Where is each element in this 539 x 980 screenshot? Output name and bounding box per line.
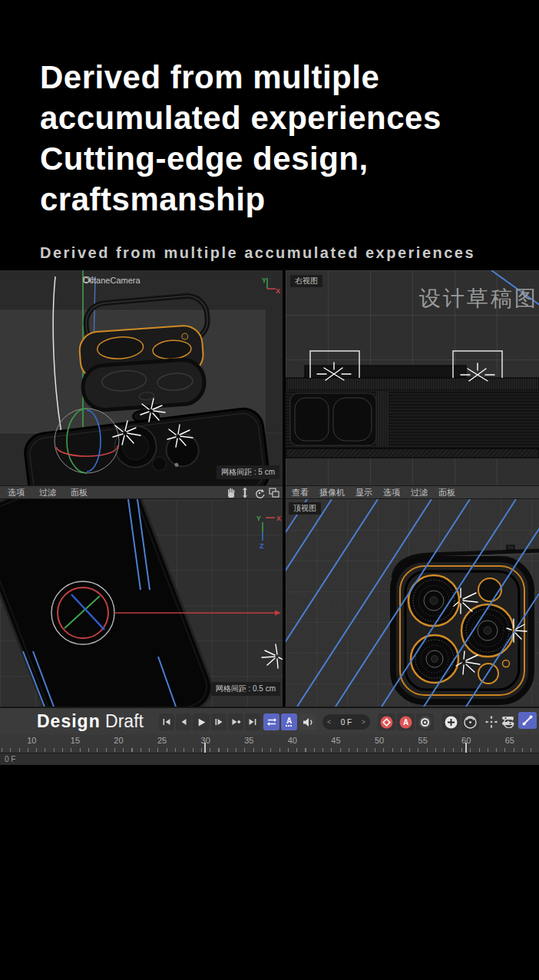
menu-item[interactable]: 选项 — [8, 487, 25, 498]
frame-next-arrow[interactable]: > — [362, 718, 365, 726]
next-key-icon — [231, 717, 241, 727]
viewport-perspective[interactable]: OctaneCamera — [0, 270, 283, 485]
menu-item[interactable]: 摄像机 — [319, 487, 345, 498]
spark — [262, 644, 283, 668]
goto-end-icon — [248, 717, 257, 727]
prev-key-icon — [179, 717, 188, 727]
axis-hud: Y X Z — [256, 515, 281, 550]
play-button[interactable] — [193, 713, 210, 730]
sensor-circle — [478, 664, 498, 684]
speaker-icon — [303, 717, 313, 727]
dotted-move-icon — [485, 716, 498, 728]
keyframe-a-icon: A — [286, 717, 292, 727]
viewport-menubar-right: 查看摄像机显示选项过滤面板 — [286, 485, 539, 499]
grid-spacing-badge: 网格间距 : 5 cm — [217, 465, 279, 479]
ruler-number: 20 — [97, 736, 141, 745]
loop-icon — [266, 717, 277, 727]
grid-spacing-badge: 网格间距 : 0.5 cm — [211, 682, 280, 696]
autokey-icon: A — [399, 716, 412, 729]
keyframe-mode-button[interactable]: A — [281, 713, 297, 730]
prev-key-button[interactable] — [176, 713, 191, 730]
page-title-line: craftsmanship — [40, 179, 441, 220]
svg-text:Y: Y — [262, 276, 266, 284]
record-scale-toggle[interactable] — [484, 713, 499, 730]
sound-button[interactable] — [299, 713, 316, 730]
autokey-button[interactable]: A — [397, 713, 415, 730]
title-regular: Draft — [105, 711, 144, 731]
menu-item[interactable]: 选项 — [383, 487, 400, 498]
move-vertical-icon[interactable] — [240, 487, 250, 498]
viewport-right[interactable]: 右视图 设计草稿图 — [286, 270, 539, 485]
record-rotation-icon — [464, 716, 477, 729]
snap-toggle[interactable] — [518, 712, 537, 729]
viewport-right-label: 右视图 — [290, 275, 322, 287]
animation-toolbar: Design Draft — [0, 707, 539, 734]
viewport-front[interactable]: Y X Z 网格间距 : 0.5 cm — [0, 499, 283, 707]
svg-text:Z: Z — [260, 542, 264, 550]
menu-item[interactable]: 面板 — [438, 487, 455, 498]
ruler-numbers: 101520253035404550556065 — [10, 736, 531, 745]
goto-start-button[interactable] — [159, 713, 174, 730]
frame-value: 0 F — [341, 718, 352, 727]
axis-hud: Y X — [262, 276, 280, 295]
menu-item[interactable]: 过滤 — [39, 487, 56, 498]
menu-item[interactable]: 过滤 — [411, 487, 428, 498]
page-title-line: accumulated experiences — [40, 98, 441, 138]
front-view-canvas[interactable]: Y X Z — [0, 499, 283, 707]
keyframe-selection-icon — [418, 716, 432, 729]
menu-items: 选项过滤面板 — [8, 487, 102, 498]
current-frame-label: 0 F — [5, 755, 15, 763]
top-view-canvas[interactable] — [286, 499, 539, 707]
ruler-number: 55 — [401, 736, 445, 745]
camera-module — [393, 559, 531, 702]
menu-item[interactable]: 查看 — [292, 487, 309, 498]
viewport-top[interactable]: 顶视图 — [286, 499, 539, 707]
loop-playback-button[interactable] — [263, 713, 279, 730]
watermark-text: 设计草稿图 — [419, 284, 538, 313]
ruler-marker-30 — [204, 743, 206, 753]
ruler-number: 65 — [488, 736, 532, 745]
keyframe-selection-button[interactable] — [416, 713, 434, 730]
svg-text:X: X — [276, 515, 281, 522]
perspective-canvas[interactable]: Y X — [0, 270, 283, 485]
next-frame-icon — [214, 717, 223, 727]
lens — [411, 635, 458, 683]
record-pla-toggle[interactable] — [498, 712, 517, 729]
camera-label[interactable]: OctaneCamera — [83, 276, 141, 285]
ruler-number: 50 — [358, 736, 402, 745]
timeline-ruler[interactable]: 101520253035404550556065 — [0, 734, 539, 753]
page: { "header": { "title_lines": ["Derived f… — [0, 0, 539, 980]
page-title-line: Cutting-edge design, — [40, 138, 441, 179]
record-position-button[interactable] — [442, 713, 460, 730]
goto-end-button[interactable] — [245, 713, 260, 730]
viewport-top-label: 顶视图 — [289, 502, 321, 515]
svg-text:Y: Y — [256, 515, 261, 522]
menu-item[interactable]: 面板 — [71, 487, 88, 498]
page-title: Derived from multipleaccumulated experie… — [40, 57, 441, 220]
pan-icon[interactable] — [226, 487, 236, 498]
record-rotation-button[interactable] — [461, 713, 479, 730]
pla-bars-icon — [501, 715, 514, 727]
ruler-number: 10 — [10, 736, 54, 745]
camera-icon — [83, 276, 94, 283]
ruler-number: 45 — [314, 736, 358, 745]
frame-counter-field[interactable]: < 0 F > — [322, 714, 370, 730]
ruler-number: 35 — [227, 736, 271, 745]
next-key-button[interactable] — [228, 713, 243, 730]
frame-prev-arrow[interactable]: < — [327, 718, 331, 726]
ruler-number: 40 — [271, 736, 315, 745]
ruler-number: 15 — [54, 736, 98, 745]
page-title-line: Derived from multiple — [40, 57, 441, 98]
record-keyframe-button[interactable] — [378, 713, 395, 730]
menu-item[interactable]: 显示 — [355, 487, 372, 498]
rotate-view-icon[interactable] — [254, 488, 265, 498]
c4d-window: OctaneCamera — [0, 269, 539, 765]
case-disc — [81, 359, 206, 412]
current-frame-strip[interactable]: 0 F — [0, 753, 539, 765]
flash-circle — [478, 578, 501, 601]
maximize-view-icon[interactable] — [269, 488, 279, 498]
page-subtitle: Derived from multiple accumulated experi… — [40, 244, 475, 262]
ruler-marker-60 — [465, 743, 467, 753]
next-frame-button[interactable] — [211, 713, 227, 730]
record-keyframe-icon — [380, 716, 393, 729]
